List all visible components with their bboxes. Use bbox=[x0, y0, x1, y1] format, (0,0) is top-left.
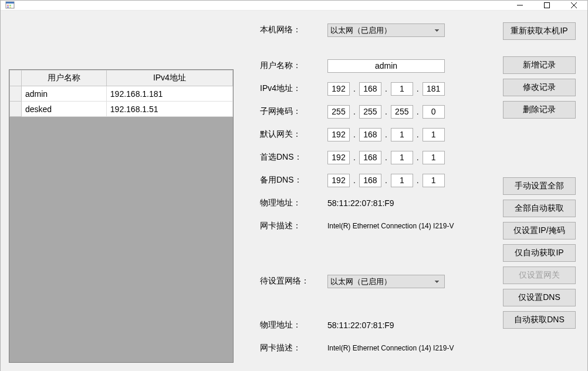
datagrid-empty-area bbox=[9, 117, 233, 363]
gateway-octet-1[interactable] bbox=[327, 128, 350, 141]
cell-username[interactable]: desked bbox=[22, 102, 107, 117]
refresh-ip-button[interactable]: 重新获取本机IP bbox=[503, 22, 576, 40]
username-input[interactable] bbox=[327, 59, 445, 73]
label-subnet: 子网掩码： bbox=[260, 106, 327, 117]
row-dns1: 首选DNS： . . . bbox=[260, 150, 494, 165]
row-dns2: 备用DNS： . . . bbox=[260, 173, 494, 188]
ip-separator: . bbox=[351, 176, 358, 185]
ip-separator: . bbox=[383, 107, 390, 116]
svg-rect-1 bbox=[6, 2, 14, 4]
subnet-octet-3[interactable] bbox=[391, 105, 413, 119]
table-row[interactable]: desked 192.168.1.51 bbox=[10, 102, 233, 117]
target-network-select[interactable]: 以太网（已启用） bbox=[327, 275, 445, 288]
gateway-octet-4[interactable] bbox=[423, 128, 445, 141]
row-nic-desc2: 网卡描述： Intel(R) Ethernet Connection (14) … bbox=[260, 340, 494, 356]
titlebar-left bbox=[1, 1, 18, 10]
label-mac: 物理地址： bbox=[260, 198, 327, 208]
auto-get-ip-only-button[interactable]: 仅自动获取IP bbox=[503, 244, 576, 262]
cell-ip[interactable]: 192.168.1.51 bbox=[106, 102, 232, 117]
row-selector[interactable] bbox=[10, 102, 22, 117]
ipv4-input-group: . . . bbox=[327, 82, 445, 96]
label-gateway: 默认网关： bbox=[260, 129, 327, 140]
svg-rect-2 bbox=[7, 5, 9, 6]
gateway-octet-2[interactable] bbox=[359, 128, 381, 141]
set-all-auto-button[interactable]: 全部自动获取 bbox=[503, 200, 576, 217]
dns1-octet-3[interactable] bbox=[391, 151, 413, 164]
column-header-username[interactable]: 用户名称 bbox=[22, 70, 107, 86]
row-mac2: 物理地址： 58:11:22:07:81:F9 bbox=[260, 318, 494, 333]
ip-separator: . bbox=[351, 107, 358, 116]
subnet-octet-2[interactable] bbox=[359, 105, 381, 119]
ip-separator: . bbox=[351, 84, 358, 93]
ip-separator: . bbox=[383, 84, 390, 93]
subnet-input-group: . . . bbox=[327, 105, 445, 119]
ip-separator: . bbox=[414, 176, 421, 185]
label-mac2: 物理地址： bbox=[260, 320, 327, 330]
dns2-octet-3[interactable] bbox=[391, 174, 413, 187]
label-local-network: 本机网络： bbox=[260, 25, 327, 35]
ip-separator: . bbox=[414, 130, 421, 139]
row-nic-desc: 网卡描述： Intel(R) Ethernet Connection (14) … bbox=[260, 218, 494, 234]
maximize-button[interactable] bbox=[533, 1, 560, 10]
cell-username[interactable]: admin bbox=[22, 86, 107, 102]
row-ipv4: IPv4地址： . . . bbox=[260, 81, 494, 96]
ipv4-octet-3[interactable] bbox=[391, 82, 413, 96]
dns2-octet-2[interactable] bbox=[359, 174, 381, 187]
app-icon bbox=[5, 1, 15, 10]
records-datagrid[interactable]: 用户名称 IPv4地址 admin 192.168.1.181 desked bbox=[9, 69, 234, 363]
ip-separator: . bbox=[383, 130, 390, 139]
records-table: 用户名称 IPv4地址 admin 192.168.1.181 desked bbox=[9, 70, 233, 117]
modify-record-button[interactable]: 修改记录 bbox=[503, 79, 576, 96]
ip-separator: . bbox=[351, 153, 358, 162]
svg-rect-7 bbox=[545, 3, 550, 8]
table-row[interactable]: admin 192.168.1.181 bbox=[10, 86, 233, 102]
gateway-octet-3[interactable] bbox=[391, 128, 413, 141]
subnet-octet-4[interactable] bbox=[423, 105, 445, 119]
mac-value: 58:11:22:07:81:F9 bbox=[327, 198, 394, 208]
svg-rect-3 bbox=[9, 5, 11, 6]
set-dns-only-button[interactable]: 仅设置DNS bbox=[503, 289, 576, 306]
svg-rect-5 bbox=[9, 6, 11, 8]
label-nic-desc2: 网卡描述： bbox=[260, 343, 327, 353]
label-target-network: 待设置网络： bbox=[260, 276, 327, 286]
dns2-octet-1[interactable] bbox=[327, 174, 350, 187]
ipv4-octet-1[interactable] bbox=[327, 82, 350, 96]
row-target-network: 待设置网络： 以太网（已启用） bbox=[260, 274, 494, 289]
row-username: 用户名称： bbox=[260, 58, 494, 73]
set-gateway-only-button: 仅设置网关 bbox=[503, 267, 576, 284]
row-selector[interactable] bbox=[10, 86, 22, 102]
dns1-octet-2[interactable] bbox=[359, 151, 381, 164]
dns1-octet-1[interactable] bbox=[327, 151, 350, 164]
nic-desc2-value: Intel(R) Ethernet Connection (14) I219-V bbox=[327, 344, 454, 352]
cell-ip[interactable]: 192.168.1.181 bbox=[106, 86, 232, 102]
dns2-octet-4[interactable] bbox=[423, 174, 445, 187]
mac2-value: 58:11:22:07:81:F9 bbox=[327, 321, 394, 330]
ipv4-octet-2[interactable] bbox=[359, 82, 381, 96]
label-nic-desc: 网卡描述： bbox=[260, 221, 327, 231]
row-subnet: 子网掩码： . . . bbox=[260, 104, 494, 119]
delete-record-button[interactable]: 删除记录 bbox=[503, 101, 576, 119]
auto-get-dns-button[interactable]: 自动获取DNS bbox=[503, 311, 576, 329]
middle-panel: 本机网络： 以太网（已启用） 用户名称： IPv4地址： . . . bbox=[234, 22, 500, 363]
content-area: 用户名称 IPv4地址 admin 192.168.1.181 desked bbox=[1, 11, 587, 371]
ipv4-octet-4[interactable] bbox=[423, 82, 445, 96]
close-button[interactable] bbox=[560, 1, 587, 10]
ip-separator: . bbox=[351, 130, 358, 139]
set-all-manual-button[interactable]: 手动设置全部 bbox=[503, 177, 576, 195]
svg-rect-4 bbox=[7, 6, 9, 8]
dns1-octet-4[interactable] bbox=[423, 151, 445, 164]
local-network-select[interactable]: 以太网（已启用） bbox=[327, 23, 445, 37]
column-header-ip[interactable]: IPv4地址 bbox=[106, 70, 232, 86]
ip-separator: . bbox=[383, 176, 390, 185]
row-local-network: 本机网络： 以太网（已启用） bbox=[260, 22, 494, 38]
left-panel: 用户名称 IPv4地址 admin 192.168.1.181 desked bbox=[9, 69, 234, 363]
set-ip-mask-only-button[interactable]: 仅设置IP/掩码 bbox=[503, 222, 576, 240]
minimize-button[interactable] bbox=[506, 1, 533, 10]
label-ipv4: IPv4地址： bbox=[260, 83, 327, 94]
ip-separator: . bbox=[383, 153, 390, 162]
titlebar bbox=[1, 1, 587, 11]
row-gateway: 默认网关： . . . bbox=[260, 127, 494, 142]
add-record-button[interactable]: 新增记录 bbox=[503, 56, 576, 74]
subnet-octet-1[interactable] bbox=[327, 105, 350, 119]
titlebar-controls bbox=[506, 1, 587, 10]
